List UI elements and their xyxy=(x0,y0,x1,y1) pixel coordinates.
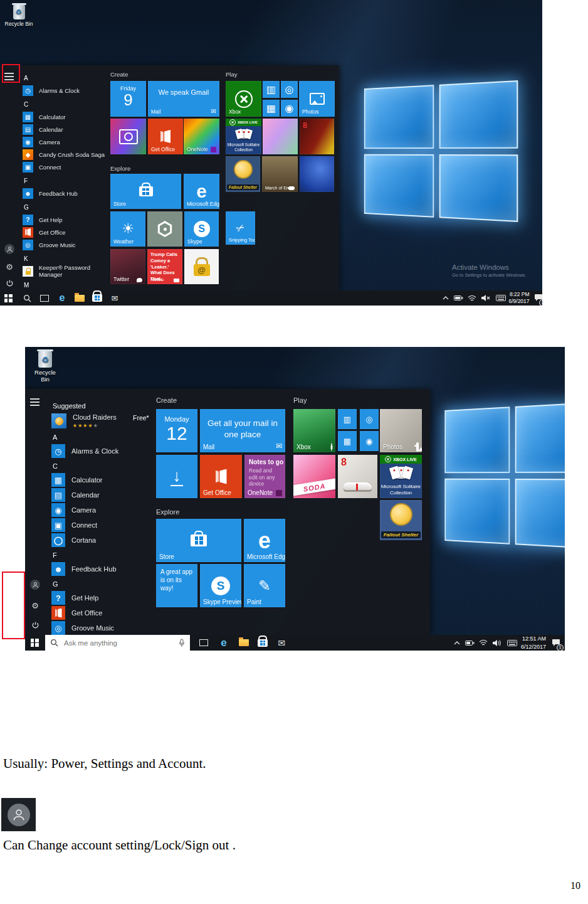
tile-movies-tv[interactable] xyxy=(263,81,280,98)
tile-skype-preview[interactable]: Skype Preview xyxy=(200,564,241,607)
tile-photos-camera[interactable] xyxy=(110,119,146,154)
taskbar-search-button[interactable] xyxy=(19,290,35,306)
hamburger-menu-button[interactable] xyxy=(29,396,40,408)
app-row-feedback-hub[interactable]: Feedback Hub xyxy=(51,561,161,577)
tile-mail[interactable]: We speak Gmail Mail xyxy=(148,81,219,117)
tile-news[interactable]: Trump Calls Comey a 'Leaker.' What Does … xyxy=(147,249,182,284)
tile-weather[interactable]: Weather xyxy=(110,211,145,247)
tile-snipping-tool[interactable]: Snipping Tool xyxy=(226,211,255,245)
app-group-letter[interactable]: F xyxy=(53,551,161,560)
cortana-search-box[interactable] xyxy=(45,635,190,651)
app-row-alarms-clock[interactable]: Alarms & Clock xyxy=(23,84,107,97)
tile-candy-game[interactable] xyxy=(263,119,298,154)
app-group-letter[interactable]: F xyxy=(24,178,107,185)
tile-xbox[interactable]: Xbox xyxy=(226,81,261,117)
app-group-letter[interactable]: K xyxy=(24,255,107,263)
volume-muted-indicator[interactable] xyxy=(478,290,494,306)
tile-camera-small[interactable] xyxy=(281,100,298,117)
tile-get-started[interactable] xyxy=(147,211,182,247)
power-button[interactable] xyxy=(29,620,41,632)
tile-mail-lock[interactable] xyxy=(184,249,219,284)
recycle-bin[interactable]: Recycle Bin xyxy=(30,351,60,383)
action-center-button[interactable]: 1 xyxy=(548,635,564,651)
tile-movies-tv[interactable] xyxy=(338,409,357,429)
tile-paint[interactable]: Paint xyxy=(244,564,285,607)
taskbar-mail-button[interactable] xyxy=(273,635,290,651)
task-view-button[interactable] xyxy=(36,290,53,306)
start-button[interactable] xyxy=(0,290,16,306)
tile-get-office[interactable]: Get Office xyxy=(148,119,183,154)
power-button[interactable] xyxy=(4,279,15,290)
tile-asphalt8[interactable]: 8 xyxy=(338,455,377,498)
tile-groove-small[interactable] xyxy=(360,409,379,429)
tile-fallout-shelter[interactable]: Fallout Shelter xyxy=(226,156,260,192)
app-row-calculator[interactable]: Calculator xyxy=(23,110,107,123)
tile-onenote[interactable]: Notes to go Read and edit on any device … xyxy=(244,455,285,498)
app-row-calendar[interactable]: Calendar xyxy=(51,487,161,503)
app-row-cloud-raiders[interactable]: Cloud Raiders ★★★★★ Free* xyxy=(51,412,161,430)
tile-edge[interactable]: Microsoft Edge xyxy=(244,519,285,562)
tile-calendar[interactable]: Friday 9 xyxy=(110,81,146,117)
taskbar-edge-button[interactable] xyxy=(216,635,232,651)
tile-store[interactable]: Store xyxy=(156,519,241,562)
start-button[interactable] xyxy=(25,635,44,651)
tile-calculator-small[interactable] xyxy=(263,100,280,117)
app-group-letter[interactable]: G xyxy=(24,204,107,211)
tile-march-of-empires[interactable]: March of Em xyxy=(262,156,298,192)
tile-calculator-small[interactable] xyxy=(338,431,357,451)
app-group-letter[interactable]: A xyxy=(24,75,107,82)
app-row-groove-music[interactable]: Groove Music xyxy=(51,620,161,635)
file-explorer-button[interactable] xyxy=(236,635,252,651)
tile-download[interactable] xyxy=(156,455,197,498)
tile-royal-revolt[interactable] xyxy=(300,156,334,192)
app-row-cortana[interactable]: Cortana xyxy=(51,533,161,548)
tile-photos[interactable]: Photos xyxy=(380,409,422,452)
task-view-button[interactable] xyxy=(196,635,212,651)
tile-mail[interactable]: Get all your mail in one place Mail xyxy=(200,409,285,452)
tile-fallout-shelter[interactable]: Fallout Shelter xyxy=(380,500,422,540)
tile-edge[interactable]: Microsoft Edge xyxy=(184,174,219,209)
app-row-calendar[interactable]: Calendar xyxy=(23,123,107,136)
tile-candy-crush-soda[interactable]: SODA xyxy=(293,455,335,498)
app-row-alarms-clock[interactable]: Alarms & Clock xyxy=(51,444,161,459)
tile-xbox[interactable]: Xbox xyxy=(293,409,335,452)
taskbar-store-button[interactable] xyxy=(255,635,271,651)
app-row-connect[interactable]: Connect xyxy=(23,161,107,173)
tile-asphalt8[interactable]: 8 xyxy=(300,119,334,154)
action-center-button[interactable]: 1 xyxy=(530,290,542,306)
tile-skype[interactable]: Skype xyxy=(184,211,219,247)
settings-button[interactable]: ⚙ xyxy=(29,600,41,611)
account-button[interactable] xyxy=(29,579,41,590)
app-row-connect[interactable]: Connect xyxy=(51,518,161,533)
settings-button[interactable]: ⚙ xyxy=(4,261,15,272)
taskbar-mail-button[interactable] xyxy=(107,290,123,306)
app-row-camera[interactable]: Camera xyxy=(23,136,107,148)
tile-onenote[interactable]: OneNote xyxy=(184,119,219,154)
tile-solitaire[interactable]: XBOX LIVE Microsoft Solitaire Collection xyxy=(226,119,261,154)
app-group-letter[interactable]: A xyxy=(53,433,161,442)
clock[interactable]: 12:51 AM6/12/2017 xyxy=(518,635,549,651)
taskbar-edge-button[interactable] xyxy=(54,290,70,306)
app-row-candy-crush[interactable]: Candy Crush Soda Saga xyxy=(23,148,107,161)
app-group-letter[interactable]: M xyxy=(24,282,107,289)
file-explorer-button[interactable] xyxy=(71,290,88,306)
tile-app-promo[interactable]: A great app is on its way! xyxy=(156,564,197,607)
volume-indicator[interactable] xyxy=(489,635,505,651)
app-row-calculator[interactable]: Calculator xyxy=(51,472,161,487)
tile-camera-small[interactable] xyxy=(360,431,379,451)
tile-get-office[interactable]: Get Office xyxy=(200,455,242,498)
tile-groove-small[interactable] xyxy=(281,81,298,98)
app-group-letter[interactable]: G xyxy=(53,580,161,588)
search-input[interactable] xyxy=(63,639,174,647)
app-row-get-office[interactable]: Get Office xyxy=(51,605,161,620)
app-row-feedback-hub[interactable]: Feedback Hub xyxy=(23,187,107,199)
clock[interactable]: 8:22 PM6/9/2017 xyxy=(505,290,533,306)
app-group-letter[interactable]: C xyxy=(53,462,161,471)
app-row-camera[interactable]: Camera xyxy=(51,503,161,518)
tile-twitter[interactable]: Twitter xyxy=(110,249,145,284)
app-row-get-help[interactable]: Get Help xyxy=(51,590,161,605)
taskbar-store-button[interactable] xyxy=(89,290,105,306)
tile-calendar[interactable]: Monday 12 xyxy=(156,409,197,452)
app-row-keeper[interactable]: Keeper® Password Manager xyxy=(23,265,107,277)
app-row-get-help[interactable]: Get Help xyxy=(23,213,107,226)
